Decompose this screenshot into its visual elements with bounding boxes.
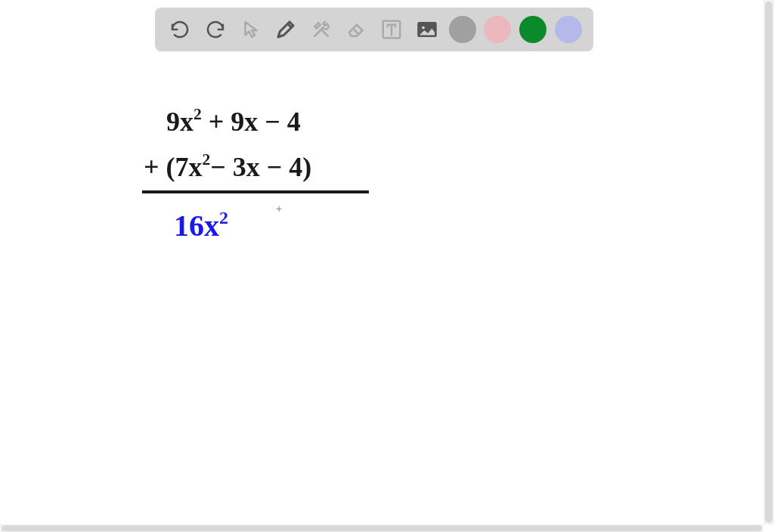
color-green[interactable] bbox=[519, 16, 546, 43]
tools-button[interactable] bbox=[308, 16, 335, 43]
svg-point-4 bbox=[422, 26, 425, 29]
vertical-scrollbar[interactable] bbox=[763, 0, 774, 524]
pencil-icon bbox=[274, 18, 297, 41]
whiteboard-canvas[interactable]: 9x2 + 9x − 4 + (7x2− 3x − 4) 16x2 + bbox=[0, 0, 774, 532]
color-pink[interactable] bbox=[484, 16, 511, 43]
undo-icon bbox=[169, 18, 191, 41]
handwritten-result: 16x2 bbox=[174, 208, 228, 243]
tools-icon bbox=[310, 18, 333, 41]
handwritten-divider bbox=[142, 190, 369, 193]
text-button[interactable] bbox=[378, 16, 405, 43]
text-icon bbox=[380, 18, 403, 41]
pencil-button[interactable] bbox=[272, 16, 299, 43]
horizontal-scrollbar-thumb[interactable] bbox=[2, 525, 762, 531]
horizontal-scrollbar[interactable] bbox=[0, 524, 763, 532]
image-button[interactable] bbox=[413, 16, 441, 43]
drawing-toolbar bbox=[155, 8, 593, 51]
pointer-button[interactable] bbox=[237, 16, 265, 43]
redo-icon bbox=[204, 18, 227, 41]
color-lavender[interactable] bbox=[555, 16, 582, 43]
pointer-icon bbox=[240, 18, 262, 41]
color-gray[interactable] bbox=[449, 16, 476, 43]
drawing-cursor: + bbox=[276, 203, 282, 215]
redo-button[interactable] bbox=[202, 16, 229, 43]
vertical-scrollbar-thumb[interactable] bbox=[765, 2, 772, 523]
undo-button[interactable] bbox=[166, 16, 194, 43]
image-icon bbox=[416, 18, 438, 41]
eraser-icon bbox=[345, 18, 368, 41]
handwritten-expression-1: 9x2 + 9x − 4 bbox=[166, 106, 301, 138]
eraser-button[interactable] bbox=[343, 16, 370, 43]
handwritten-expression-2: + (7x2− 3x − 4) bbox=[144, 151, 311, 183]
